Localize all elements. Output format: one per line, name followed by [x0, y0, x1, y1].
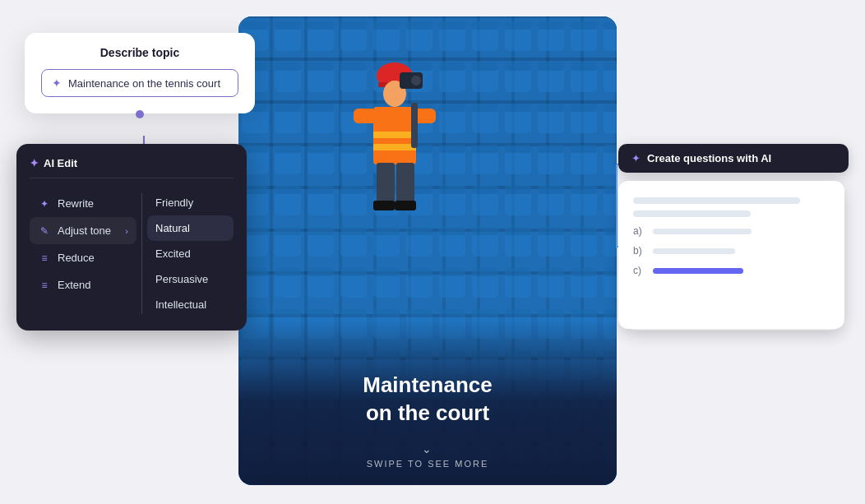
question-line-1	[633, 197, 800, 204]
extend-label: Extend	[58, 279, 90, 291]
tone-excited-label: Excited	[155, 247, 191, 260]
question-line-2	[633, 210, 751, 217]
tone-natural[interactable]: Natural	[147, 215, 234, 241]
swipe-chevron-icon: ⌄	[238, 442, 617, 455]
svg-rect-17	[395, 201, 416, 210]
answer-line-b	[653, 248, 735, 254]
question-card-front: a) b) c)	[618, 181, 844, 329]
question-cards-stack: a) b) c)	[618, 181, 849, 345]
svg-rect-13	[411, 103, 418, 148]
panel-divider	[141, 193, 142, 314]
answer-label-b: b)	[633, 245, 646, 257]
tone-persuasive-label: Persuasive	[155, 273, 208, 285]
tone-friendly-label: Friendly	[155, 197, 193, 209]
swipe-hint: ⌄ SWIPE TO SEE MORE	[238, 442, 617, 469]
answer-label-a: a)	[633, 225, 646, 237]
adjust-tone-label: Adjust tone	[58, 224, 111, 237]
stadium-title: Maintenance on the court	[238, 372, 617, 428]
stadium-card: Maintenance on the court ⌄ SWIPE TO SEE …	[238, 16, 617, 485]
svg-rect-16	[373, 201, 395, 210]
answer-label-c: c)	[633, 265, 646, 276]
ai-edit-panel: ✦ AI Edit ✦ Rewrite ✎ Adjust tone › ≡ Re…	[16, 144, 247, 331]
create-questions-section: ✦ Create questions with AI a) b) c)	[618, 144, 849, 345]
reduce-icon: ≡	[38, 252, 51, 264]
tone-intellectual-label: Intellectual	[155, 298, 206, 311]
describe-input-value: Maintenance on the tennis court	[68, 77, 220, 90]
svg-rect-14	[377, 163, 395, 204]
create-questions-badge[interactable]: ✦ Create questions with AI	[618, 144, 849, 173]
answer-line-c	[653, 268, 743, 274]
adjust-tone-button[interactable]: ✎ Adjust tone ›	[30, 217, 136, 244]
ai-edit-header: ✦ AI Edit	[30, 157, 234, 178]
ai-sparkle-icon: ✦	[30, 157, 39, 169]
rewrite-label: Rewrite	[58, 197, 94, 210]
chevron-right-icon: ›	[125, 226, 128, 236]
answer-row-c: c)	[633, 265, 830, 276]
reduce-label: Reduce	[58, 252, 95, 264]
rewrite-icon: ✦	[38, 198, 51, 210]
describe-topic-input[interactable]: ✦ Maintenance on the tennis court	[41, 69, 238, 97]
ai-edit-menu: ✦ Rewrite ✎ Adjust tone › ≡ Reduce ≡ Ext…	[30, 190, 136, 317]
tone-intellectual[interactable]: Intellectual	[147, 292, 234, 317]
sparkle-icon: ✦	[52, 76, 62, 90]
adjust-tone-icon: ✎	[38, 225, 51, 237]
answer-row-b: b)	[633, 245, 830, 257]
create-questions-label: Create questions with AI	[647, 152, 771, 164]
tone-excited[interactable]: Excited	[147, 241, 234, 266]
reduce-button[interactable]: ≡ Reduce	[30, 244, 136, 271]
create-questions-sparkle-icon: ✦	[631, 152, 641, 164]
ai-edit-label: AI Edit	[44, 157, 77, 169]
rewrite-button[interactable]: ✦ Rewrite	[30, 190, 136, 217]
svg-rect-11	[354, 109, 377, 123]
extend-icon: ≡	[38, 280, 51, 291]
svg-rect-15	[396, 163, 414, 204]
describe-topic-card: Describe topic ✦ Maintenance on the tenn…	[25, 33, 255, 113]
svg-point-7	[411, 76, 421, 86]
answer-row-a: a)	[633, 225, 830, 237]
describe-topic-label: Describe topic	[41, 46, 238, 59]
tone-natural-label: Natural	[155, 222, 190, 234]
svg-rect-9	[373, 132, 416, 138]
tone-friendly[interactable]: Friendly	[147, 190, 234, 215]
svg-rect-10	[373, 144, 416, 150]
tone-menu: Friendly Natural Excited Persuasive Inte…	[147, 190, 234, 317]
answer-line-a	[653, 229, 752, 234]
extend-button[interactable]: ≡ Extend	[30, 271, 136, 298]
tone-persuasive[interactable]: Persuasive	[147, 266, 234, 292]
connection-dot	[136, 110, 144, 118]
